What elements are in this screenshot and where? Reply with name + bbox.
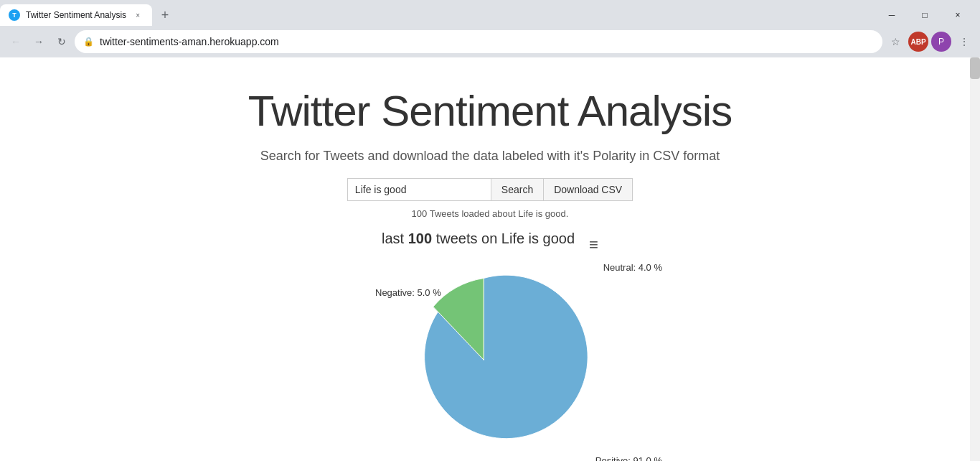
active-tab[interactable]: T Twitter Sentiment Analysis × bbox=[0, 4, 152, 26]
download-csv-button[interactable]: Download CSV bbox=[543, 178, 633, 201]
scrollbar-thumb[interactable] bbox=[970, 57, 980, 79]
tab-favicon: T bbox=[9, 9, 20, 21]
address-bar: ← → ↻ 🔒 twitter-sentiments-aman.herokuap… bbox=[0, 26, 980, 57]
back-button[interactable]: ← bbox=[6, 32, 26, 52]
new-tab-button[interactable]: + bbox=[155, 5, 175, 25]
abp-extension-button[interactable]: ABP bbox=[908, 32, 928, 52]
page-title: Twitter Sentiment Analysis bbox=[248, 86, 732, 136]
chart-title: last 100 tweets on Life is good bbox=[382, 230, 575, 247]
minimize-button[interactable]: ─ bbox=[875, 4, 908, 26]
tab-title: Twitter Sentiment Analysis bbox=[26, 10, 126, 20]
scrollbar[interactable] bbox=[970, 57, 980, 461]
url-text: twitter-sentiments-aman.herokuapp.com bbox=[100, 36, 874, 47]
window-controls: ─ □ × bbox=[875, 4, 980, 26]
bookmark-button[interactable]: ☆ bbox=[885, 32, 905, 52]
page-subtitle: Search for Tweets and download the data … bbox=[260, 149, 720, 164]
positive-label: Positive: 91.0 % bbox=[595, 455, 662, 461]
hamburger-menu-button[interactable]: ≡ bbox=[589, 236, 598, 254]
url-bar[interactable]: 🔒 twitter-sentiments-aman.herokuapp.com bbox=[75, 30, 882, 53]
page-content: Twitter Sentiment Analysis Search for Tw… bbox=[0, 57, 980, 461]
tab-bar: T Twitter Sentiment Analysis × + ─ □ × bbox=[0, 0, 980, 26]
profile-avatar[interactable]: P bbox=[931, 32, 951, 52]
maximize-button[interactable]: □ bbox=[908, 4, 941, 26]
chart-wrapper: Neutral: 4.0 % Negative: 5.0 % Positive:… bbox=[390, 266, 590, 461]
neutral-label: Neutral: 4.0 % bbox=[603, 262, 662, 273]
search-input[interactable] bbox=[347, 178, 491, 201]
search-button[interactable]: Search bbox=[491, 178, 543, 201]
search-area: Search Download CSV bbox=[347, 178, 633, 201]
forward-button[interactable]: → bbox=[29, 32, 49, 52]
negative-label: Negative: 5.0 % bbox=[375, 287, 441, 298]
browser-chrome: T Twitter Sentiment Analysis × + ─ □ × ←… bbox=[0, 0, 980, 57]
chrome-menu-button[interactable]: ⋮ bbox=[954, 32, 974, 52]
reload-button[interactable]: ↻ bbox=[52, 32, 72, 52]
close-window-button[interactable]: × bbox=[941, 4, 974, 26]
tab-close-button[interactable]: × bbox=[132, 9, 143, 21]
status-text: 100 Tweets loaded about Life is good. bbox=[412, 208, 569, 219]
lock-icon: 🔒 bbox=[83, 37, 94, 47]
